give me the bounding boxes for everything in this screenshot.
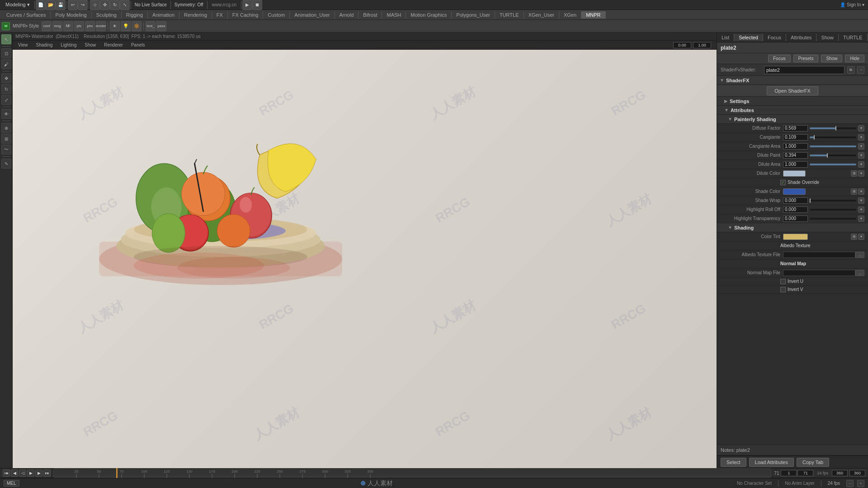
load-attrs-btn[interactable]: Load Attributes bbox=[749, 458, 794, 467]
light1-icon[interactable]: 💡 bbox=[121, 21, 131, 31]
diffuse-factor-menu[interactable]: ▾ bbox=[858, 125, 864, 131]
tool-snap[interactable]: ⊕ bbox=[1, 123, 11, 133]
tab-rigging[interactable]: Rigging bbox=[122, 11, 148, 19]
tool-scale[interactable]: ⤢ bbox=[1, 95, 11, 105]
icon-move[interactable]: ✜ bbox=[100, 0, 110, 10]
attributes-section-header[interactable]: ▼ Attributes bbox=[717, 106, 868, 115]
tool-annotate[interactable]: ✎ bbox=[1, 159, 11, 169]
albedo-file-input[interactable] bbox=[783, 252, 855, 258]
symmetry-off[interactable]: Symmetry: Off bbox=[172, 2, 206, 7]
copy-icon[interactable]: ⧉ bbox=[847, 66, 854, 74]
viewport-menu-panels[interactable]: Panels bbox=[127, 42, 149, 48]
tab-curves-surfaces[interactable]: Curves / Surfaces bbox=[2, 11, 51, 19]
dilute-color-swatch[interactable] bbox=[783, 170, 806, 177]
icon-play[interactable]: ▶ bbox=[242, 0, 252, 10]
open-shader-btn[interactable]: Open ShaderFX bbox=[767, 86, 818, 95]
phx-btn[interactable]: phx bbox=[85, 21, 95, 31]
tab-attributes[interactable]: Attributes bbox=[786, 34, 816, 41]
shaderfx-section-header[interactable]: ▼ ShaderFX bbox=[717, 76, 868, 85]
dilute-paint-value[interactable]: 0.394 bbox=[783, 152, 808, 159]
shade-color-swatch[interactable] bbox=[783, 188, 806, 195]
tab-custom[interactable]: Custom bbox=[263, 11, 290, 19]
icon-new[interactable]: 📄 bbox=[36, 0, 46, 10]
highlight-transparency-value[interactable]: 0.000 bbox=[783, 216, 808, 222]
shade-wrap-handle[interactable] bbox=[810, 198, 811, 203]
cangiante-value[interactable]: 0.109 bbox=[783, 134, 808, 141]
tab-motion-graphics[interactable]: Motion Graphics bbox=[406, 11, 452, 19]
tool-lasso[interactable]: ⊡ bbox=[1, 48, 11, 58]
dilute-area-value[interactable]: 1.000 bbox=[783, 161, 808, 168]
tab-focus[interactable]: Focus bbox=[763, 34, 786, 41]
tab-fx[interactable]: FX bbox=[212, 11, 228, 19]
icon-save[interactable]: 💾 bbox=[56, 0, 66, 10]
painterly-shading-header[interactable]: ▼ Painterly Shading bbox=[717, 115, 868, 124]
shade-color-icon1[interactable]: ⊞ bbox=[851, 188, 857, 195]
sun-icon[interactable]: ☀ bbox=[110, 21, 120, 31]
shader-input[interactable] bbox=[764, 66, 844, 74]
skip-end-btn[interactable]: ⏭ bbox=[43, 469, 51, 477]
current-frame-input[interactable] bbox=[797, 470, 813, 476]
tool-show-hide[interactable]: 👁 bbox=[1, 109, 11, 119]
cangiante-area-slider[interactable] bbox=[810, 145, 856, 147]
no-live-surface[interactable]: No Live Surface bbox=[132, 2, 170, 7]
icon-open[interactable]: 📂 bbox=[46, 0, 56, 10]
shade-wrap-slider[interactable] bbox=[810, 200, 856, 202]
copy-tab-btn[interactable]: Copy Tab bbox=[797, 458, 829, 467]
next-frame-btn[interactable]: ▶ bbox=[35, 469, 42, 477]
tool-curve[interactable]: 〜 bbox=[1, 145, 11, 155]
dilute-paint-handle[interactable] bbox=[827, 153, 828, 158]
tool-move[interactable]: ✥ bbox=[1, 73, 11, 83]
nav-icon[interactable]: → bbox=[857, 66, 864, 74]
highlight-rolloff-value[interactable]: 0.000 bbox=[783, 206, 808, 213]
viewport-menu-view[interactable]: View bbox=[14, 42, 32, 48]
focus-btn[interactable]: Focus bbox=[768, 55, 790, 62]
mnpr-btn2[interactable]: ᎷΓ bbox=[63, 21, 73, 31]
dilute-area-slider[interactable] bbox=[810, 164, 856, 165]
tab-turtle[interactable]: TURTLE bbox=[495, 11, 524, 19]
shade-color-icon2[interactable]: ▾ bbox=[858, 188, 864, 195]
frame-start-input[interactable] bbox=[781, 470, 797, 476]
tool-select[interactable]: ↖ bbox=[1, 34, 11, 44]
tool-paint[interactable]: 🖌 bbox=[1, 59, 11, 69]
zoom-out-btn[interactable]: − bbox=[846, 480, 854, 487]
transform-x-input[interactable] bbox=[673, 42, 691, 48]
frame-end-input1[interactable] bbox=[832, 470, 848, 476]
presets-btn[interactable]: Presets bbox=[793, 55, 819, 62]
diffuse-factor-handle[interactable] bbox=[835, 126, 836, 131]
icon-redo[interactable]: ↪ bbox=[78, 0, 88, 10]
icon-select[interactable]: ⊹ bbox=[90, 0, 100, 10]
mel-mode-btn[interactable]: MEL bbox=[4, 480, 19, 487]
highlight-transparency-slider[interactable] bbox=[810, 218, 856, 220]
shade-wrap-value[interactable]: 0.000 bbox=[783, 197, 808, 204]
tab-animation[interactable]: Animation bbox=[148, 11, 179, 19]
cangiante-area-menu[interactable]: ▾ bbox=[858, 143, 864, 150]
highlight-rolloff-slider[interactable] bbox=[810, 209, 856, 211]
diffuse-factor-value[interactable]: 0.569 bbox=[783, 125, 808, 131]
invert-v-check[interactable] bbox=[780, 287, 786, 292]
invert-u-check[interactable] bbox=[780, 279, 786, 284]
shade-override-checkbox[interactable]: ✓ bbox=[780, 180, 786, 185]
tab-xgen[interactable]: XGen bbox=[559, 11, 581, 19]
icon-undo[interactable]: ↩ bbox=[68, 0, 78, 10]
dilute-color-icon1[interactable]: ⊞ bbox=[851, 170, 857, 177]
viewport-menu-lighting[interactable]: Lighting bbox=[57, 42, 80, 48]
frame-end-input2[interactable] bbox=[849, 470, 865, 476]
sign-in-btn[interactable]: 👤 Sign In ▾ bbox=[838, 2, 866, 7]
tint-icon2[interactable]: ▾ bbox=[858, 234, 864, 240]
icon-rotate[interactable]: ↻ bbox=[110, 0, 120, 10]
tab-turtle[interactable]: TURTLE bbox=[839, 34, 868, 41]
highlight-transparency-menu[interactable]: ▾ bbox=[858, 216, 864, 222]
tab-bifrost[interactable]: Bifrost bbox=[359, 11, 382, 19]
tab-xgen-user[interactable]: XGen_User bbox=[524, 11, 559, 19]
hide-btn[interactable]: Hide bbox=[845, 55, 864, 62]
mnpr-icon[interactable]: M bbox=[2, 22, 10, 30]
tint-icon1[interactable]: ⊞ bbox=[851, 234, 857, 240]
tab-selected[interactable]: Selected bbox=[734, 34, 763, 41]
timeline-ruler[interactable]: 25 50 75 100 125 150 175 200 225 250 275… bbox=[54, 468, 771, 478]
show-btn[interactable]: Show bbox=[821, 55, 842, 62]
pass-btn[interactable]: pass bbox=[156, 21, 166, 31]
play-back-btn[interactable]: ◁ bbox=[19, 469, 26, 477]
tab-mnpr[interactable]: MNPR bbox=[581, 11, 605, 19]
panel-scroll[interactable]: ▼ ShaderFX Open ShaderFX ▶ Settings ▼ At… bbox=[717, 76, 868, 445]
skip-start-btn[interactable]: ⏮ bbox=[3, 469, 10, 477]
